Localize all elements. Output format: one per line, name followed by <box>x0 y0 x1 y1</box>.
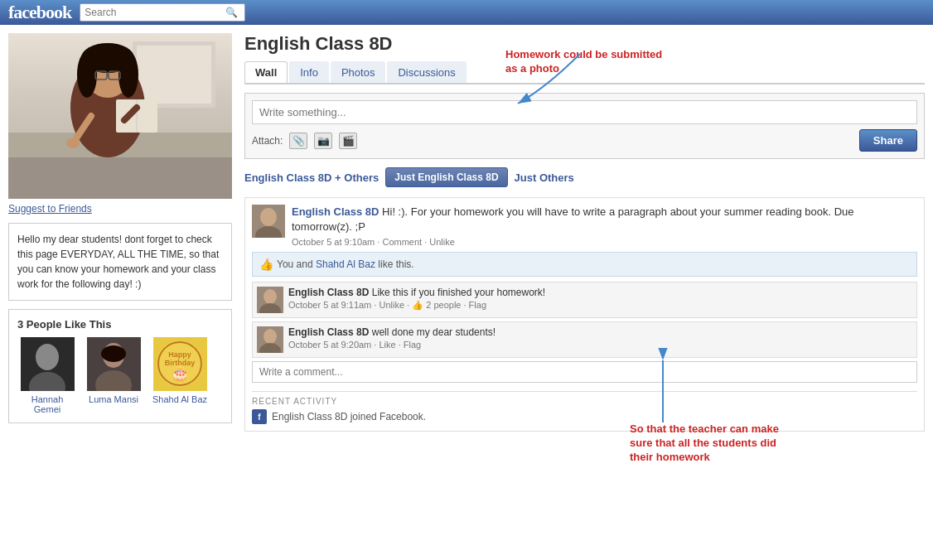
svg-point-34 <box>263 289 277 304</box>
sub-comment-meta: October 5 at 9:11am · Unlike · 👍 2 peopl… <box>288 300 912 311</box>
sub-poster-name[interactable]: English Class 8D <box>288 287 369 298</box>
sub-comment-content: English Class 8D well done my dear stude… <box>288 326 912 353</box>
post-text: English Class 8D Hi! :). For your homewo… <box>292 205 917 234</box>
attach-link-icon[interactable]: 🎬 <box>339 133 357 149</box>
sub-avatar-img <box>257 287 283 313</box>
post-avatar <box>252 205 285 238</box>
search-button[interactable]: 🔍 <box>225 7 238 18</box>
sub-comment-meta: October 5 at 9:20am · Like · Flag <box>288 340 912 350</box>
facebook-logo: facebook <box>8 2 71 23</box>
activity-icon: f <box>252 409 267 424</box>
post-meta: October 5 at 9:10am · Comment · Unlike <box>292 237 917 247</box>
content-area: English Class 8D Wall Info Photos Discus… <box>244 33 925 438</box>
avatar: Happy Birthday 🎂 <box>153 337 207 391</box>
list-item: Luma Mansi <box>84 337 143 414</box>
sub-comment-text: English Class 8D Like this if you finish… <box>288 287 912 298</box>
recent-activity-section: RECENT ACTIVITY f English Class 8D joine… <box>252 391 917 424</box>
like-text: You and Shahd Al Baz like this. <box>277 258 414 270</box>
person-name[interactable]: Shahd Al Baz <box>152 394 207 404</box>
sub-comment-body: well done my dear students! <box>372 326 496 338</box>
like-icon: 👍 <box>259 258 273 271</box>
filter-others[interactable]: English Class 8D + Others <box>244 171 379 184</box>
person-name[interactable]: Hannah Gemei <box>17 394 77 414</box>
write-box: Attach: 📎 📷 🎬 Share <box>244 93 925 159</box>
svg-point-37 <box>263 329 277 344</box>
recent-activity-title: RECENT ACTIVITY <box>252 397 917 406</box>
svg-rect-1 <box>137 46 211 104</box>
svg-text:Happy: Happy <box>168 350 191 359</box>
poster-name[interactable]: English Class 8D <box>292 205 379 218</box>
page-title: English Class 8D <box>244 33 925 55</box>
tab-info[interactable]: Info <box>289 61 329 83</box>
attach-photo-icon[interactable]: 📎 <box>289 133 307 149</box>
list-item: Hannah Gemei <box>17 337 77 414</box>
list-item: Happy Birthday 🎂 Shahd Al Baz <box>150 337 210 414</box>
sub-comment: English Class 8D Like this if you finish… <box>252 282 917 318</box>
profile-photo <box>8 33 232 199</box>
sub-comment-content: English Class 8D Like this if you finish… <box>288 287 912 313</box>
search-input[interactable] <box>85 7 225 18</box>
activity-text: English Class 8D joined Facebook. <box>272 411 426 422</box>
people-like-title: 3 People Like This <box>17 318 223 331</box>
attach-video-icon[interactable]: 📷 <box>314 133 332 149</box>
write-actions: Attach: 📎 📷 🎬 Share <box>252 129 917 152</box>
svg-point-31 <box>260 208 277 226</box>
sub-comment: English Class 8D well done my dear stude… <box>252 321 917 358</box>
comment-input[interactable] <box>252 361 917 383</box>
tab-wall[interactable]: Wall <box>244 61 288 83</box>
tab-photos[interactable]: Photos <box>331 61 385 83</box>
filter-bar: English Class 8D + Others Just English C… <box>244 167 925 187</box>
people-like-box: 3 People Like This Hannah Gemei <box>8 309 232 423</box>
write-input[interactable] <box>252 100 917 124</box>
post-header: English Class 8D Hi! :). For your homewo… <box>252 205 917 247</box>
teacher-illustration <box>8 33 232 199</box>
share-button[interactable]: Share <box>859 129 917 152</box>
liker-name[interactable]: Shahd Al Baz <box>316 258 375 270</box>
recent-activity-item: f English Class 8D joined Facebook. <box>252 409 917 424</box>
main-container: Suggest to Friends Hello my dear student… <box>0 25 933 447</box>
attach-label: Attach: <box>252 135 283 147</box>
svg-text:🎂: 🎂 <box>171 364 190 383</box>
post-container: English Class 8D Hi! :). For your homewo… <box>244 197 925 432</box>
avatar <box>87 337 141 391</box>
avatar-img: Happy Birthday 🎂 <box>153 337 207 391</box>
tab-discussions[interactable]: Discussions <box>387 61 466 83</box>
attach-area: Attach: 📎 📷 🎬 <box>252 133 357 149</box>
tabs-bar: Wall Info Photos Discussions <box>244 61 925 84</box>
svg-point-18 <box>36 344 59 370</box>
person-name[interactable]: Luma Mansi <box>89 394 138 404</box>
sidebar-info-text: Hello my dear students! dont forget to c… <box>17 234 219 290</box>
search-bar[interactable]: 🔍 <box>80 3 245 22</box>
avatar-img <box>21 337 75 391</box>
suggest-friends-link[interactable]: Suggest to Friends <box>8 203 232 215</box>
sidebar-info-box: Hello my dear students! dont forget to c… <box>8 223 232 301</box>
people-like-grid: Hannah Gemei Luma Mansi <box>17 337 223 414</box>
avatar-img <box>87 337 141 391</box>
post-content: English Class 8D Hi! :). For your homewo… <box>292 205 917 247</box>
svg-point-8 <box>118 51 138 98</box>
sub-comment-body: Like this if you finished your homework! <box>372 287 545 298</box>
topbar: facebook 🔍 <box>0 0 933 25</box>
filter-class-button[interactable]: Just English Class 8D <box>385 167 507 187</box>
sub-comment-text: English Class 8D well done my dear stude… <box>288 326 912 338</box>
filter-just-others[interactable]: Just Others <box>515 171 574 184</box>
like-section: 👍 You and Shahd Al Baz like this. <box>252 252 917 277</box>
sub-avatar-img <box>257 326 283 353</box>
sub-avatar <box>257 326 283 353</box>
sub-poster-name[interactable]: English Class 8D <box>288 326 369 338</box>
svg-rect-3 <box>8 157 232 199</box>
sidebar: Suggest to Friends Hello my dear student… <box>8 33 232 438</box>
sub-avatar <box>257 287 283 313</box>
avatar <box>21 337 75 391</box>
svg-point-23 <box>101 345 126 362</box>
poster-avatar-img <box>252 205 285 238</box>
svg-point-7 <box>77 51 97 98</box>
svg-point-13 <box>66 138 80 148</box>
